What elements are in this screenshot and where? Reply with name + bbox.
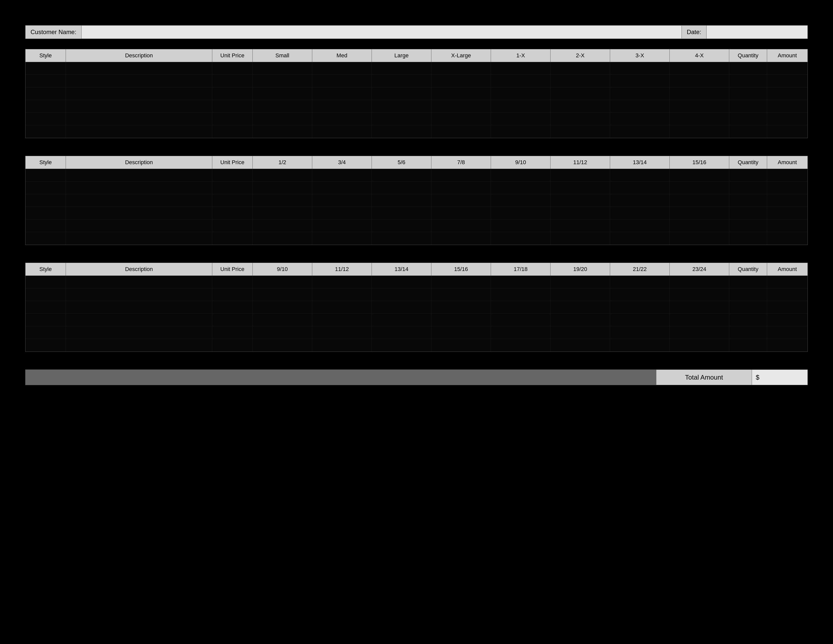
data-cell-xlarge[interactable]	[431, 87, 491, 100]
data-cell-s78[interactable]	[431, 169, 491, 181]
data-cell-desc[interactable]	[66, 326, 212, 339]
data-cell-price[interactable]	[212, 232, 252, 245]
data-cell-s1516[interactable]	[431, 288, 491, 301]
data-cell-qty[interactable]	[729, 182, 767, 194]
data-cell-s1314[interactable]	[610, 219, 670, 232]
data-cell-s12[interactable]	[252, 232, 312, 245]
data-cell-s1920[interactable]	[550, 288, 610, 301]
data-cell-amt[interactable]	[767, 276, 807, 288]
data-cell-s1314[interactable]	[372, 339, 431, 351]
data-row[interactable]	[26, 326, 807, 339]
data-cell-med[interactable]	[312, 113, 372, 125]
data-cell-amt[interactable]	[767, 326, 807, 339]
data-cell-s1314[interactable]	[372, 314, 431, 326]
data-cell-amt[interactable]	[767, 207, 807, 219]
data-cell-desc[interactable]	[66, 125, 212, 138]
data-cell-s78[interactable]	[431, 182, 491, 194]
data-cell-s1516[interactable]	[670, 219, 729, 232]
data-cell-s1112[interactable]	[550, 169, 610, 181]
data-cell-style[interactable]	[26, 288, 66, 301]
data-cell-s34[interactable]	[312, 207, 372, 219]
data-cell-s1516[interactable]	[670, 194, 729, 206]
data-cell-qty[interactable]	[729, 301, 767, 313]
data-cell-s910[interactable]	[491, 169, 550, 181]
data-cell-s1516[interactable]	[431, 276, 491, 288]
data-cell-price[interactable]	[212, 194, 252, 206]
data-cell-xlarge[interactable]	[431, 100, 491, 113]
data-cell-s78[interactable]	[431, 207, 491, 219]
data-cell-s2324[interactable]	[670, 301, 729, 313]
data-cell-s12[interactable]	[252, 169, 312, 181]
data-cell-s910[interactable]	[252, 288, 312, 301]
data-cell-twox[interactable]	[550, 87, 610, 100]
data-cell-price[interactable]	[212, 276, 252, 288]
data-cell-s1314[interactable]	[372, 276, 431, 288]
data-cell-s1516[interactable]	[670, 207, 729, 219]
data-cell-price[interactable]	[212, 87, 252, 100]
data-cell-amt[interactable]	[767, 288, 807, 301]
data-cell-style[interactable]	[26, 326, 66, 339]
data-cell-s1718[interactable]	[491, 276, 550, 288]
data-cell-fourx[interactable]	[670, 113, 729, 125]
data-cell-s1112[interactable]	[550, 182, 610, 194]
data-cell-onex[interactable]	[491, 100, 550, 113]
data-cell-s910[interactable]	[491, 219, 550, 232]
data-cell-qty[interactable]	[729, 62, 767, 74]
data-cell-amt[interactable]	[767, 219, 807, 232]
data-cell-fourx[interactable]	[670, 62, 729, 74]
data-cell-threex[interactable]	[610, 100, 670, 113]
data-cell-s1314[interactable]	[372, 326, 431, 339]
data-cell-s1112[interactable]	[550, 194, 610, 206]
data-cell-price[interactable]	[212, 326, 252, 339]
data-cell-price[interactable]	[212, 100, 252, 113]
data-cell-style[interactable]	[26, 100, 66, 113]
data-cell-s1920[interactable]	[550, 314, 610, 326]
data-cell-med[interactable]	[312, 87, 372, 100]
data-cell-s2324[interactable]	[670, 276, 729, 288]
data-cell-s1112[interactable]	[312, 301, 372, 313]
data-cell-desc[interactable]	[66, 100, 212, 113]
data-cell-style[interactable]	[26, 62, 66, 74]
data-cell-s2122[interactable]	[610, 314, 670, 326]
data-cell-amt[interactable]	[767, 169, 807, 181]
data-row[interactable]	[26, 194, 807, 207]
data-cell-s910[interactable]	[491, 194, 550, 206]
data-cell-s2122[interactable]	[610, 301, 670, 313]
data-cell-desc[interactable]	[66, 314, 212, 326]
data-cell-s1516[interactable]	[431, 301, 491, 313]
data-cell-desc[interactable]	[66, 87, 212, 100]
data-cell-threex[interactable]	[610, 125, 670, 138]
data-cell-s56[interactable]	[372, 169, 431, 181]
data-cell-desc[interactable]	[66, 194, 212, 206]
data-cell-amt[interactable]	[767, 125, 807, 138]
data-cell-s78[interactable]	[431, 232, 491, 245]
data-cell-s12[interactable]	[252, 194, 312, 206]
data-cell-s34[interactable]	[312, 169, 372, 181]
data-cell-large[interactable]	[372, 62, 431, 74]
data-cell-s2122[interactable]	[610, 326, 670, 339]
data-cell-amt[interactable]	[767, 182, 807, 194]
data-cell-price[interactable]	[212, 113, 252, 125]
data-cell-large[interactable]	[372, 100, 431, 113]
data-cell-s78[interactable]	[431, 219, 491, 232]
data-cell-s1516[interactable]	[670, 182, 729, 194]
data-cell-s1112[interactable]	[312, 326, 372, 339]
data-cell-large[interactable]	[372, 87, 431, 100]
data-cell-s34[interactable]	[312, 194, 372, 206]
data-cell-large[interactable]	[372, 75, 431, 87]
data-row[interactable]	[26, 125, 807, 138]
data-cell-s1314[interactable]	[610, 182, 670, 194]
data-cell-s1516[interactable]	[670, 232, 729, 245]
data-cell-amt[interactable]	[767, 314, 807, 326]
data-cell-qty[interactable]	[729, 87, 767, 100]
data-cell-amt[interactable]	[767, 301, 807, 313]
data-cell-s1314[interactable]	[610, 194, 670, 206]
data-cell-med[interactable]	[312, 62, 372, 74]
data-cell-desc[interactable]	[66, 288, 212, 301]
data-row[interactable]	[26, 62, 807, 75]
data-cell-qty[interactable]	[729, 232, 767, 245]
data-cell-small[interactable]	[252, 100, 312, 113]
data-cell-s910[interactable]	[252, 339, 312, 351]
data-cell-onex[interactable]	[491, 62, 550, 74]
data-row[interactable]	[26, 182, 807, 194]
